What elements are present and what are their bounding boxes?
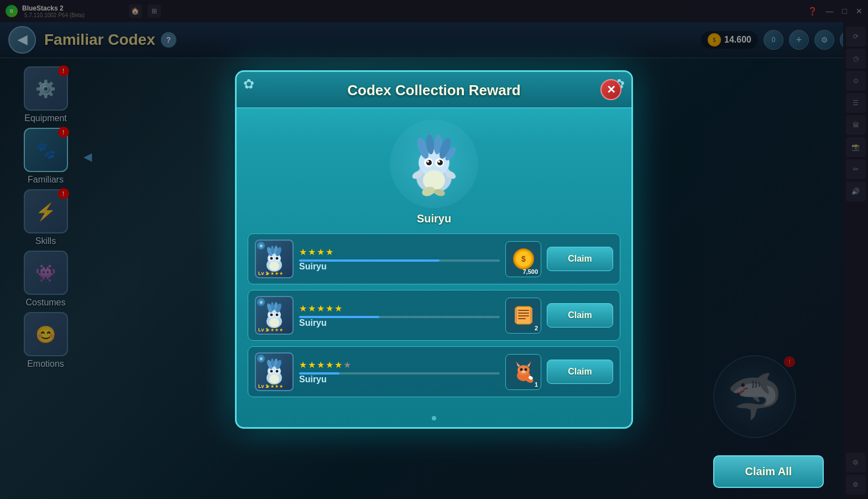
modal-close-button[interactable]: ✕ <box>600 79 621 100</box>
svg-rect-47 <box>518 313 529 314</box>
star-2-4: ★ <box>326 303 333 314</box>
modal-title: Codex Collection Reward <box>248 82 620 99</box>
stars-row-1: ★ ★ ★ ★ <box>299 247 500 257</box>
codex-reward-modal: ✿ ✿ Codex Collection Reward ✕ <box>235 70 633 429</box>
scroll-amount: 2 <box>535 325 538 331</box>
scroll-indicator <box>237 408 631 427</box>
reward-info-1: ★ ★ ★ ★ Suiryu <box>299 247 500 272</box>
svg-point-13 <box>423 170 445 190</box>
coin-amount: 7,500 <box>522 268 538 275</box>
claim-all-button[interactable]: Claim All <box>713 455 824 488</box>
claim-button-3[interactable]: Claim <box>547 360 613 384</box>
reward-row-1: Lv 1 ⊕ ★ ★ ★ ★ ★ ★ ★ ★ <box>248 233 620 284</box>
familiar-showcase: Suiryu <box>237 108 631 231</box>
reward-familiar-name-1: Suiryu <box>299 262 500 272</box>
scroll-dot <box>432 416 436 420</box>
corner-decoration-left: ✿ <box>243 76 254 92</box>
star-2-3: ★ <box>317 303 325 314</box>
reward-coin-icon: $ 7,500 <box>505 241 541 277</box>
indicator-3: ⊕ <box>257 355 265 362</box>
svg-rect-48 <box>518 315 529 316</box>
svg-point-12 <box>438 160 440 163</box>
stars-row-2: ★ ★ ★ ★ ★ <box>299 303 500 314</box>
star-2-1: ★ <box>299 303 307 314</box>
coin-svg: $ <box>513 248 535 270</box>
reward-row-2: Lv 1 ⊕ ★ ★ ★ ★ ★ ★ ★ ★ ★ <box>248 290 620 341</box>
svg-point-69 <box>521 371 526 373</box>
svg-rect-46 <box>518 310 529 311</box>
star-1: ★ <box>299 247 307 257</box>
reward-fox-icon: 1 <box>505 354 541 390</box>
svg-point-58 <box>270 370 273 372</box>
star-3-1: ★ <box>299 360 307 370</box>
star-3-6-half: ★ <box>343 360 351 370</box>
familiar-sprite <box>398 125 470 202</box>
fox-amount: 1 <box>535 381 538 388</box>
svg-point-60 <box>269 375 279 383</box>
svg-point-67 <box>520 368 522 371</box>
stars-row-3: ★ ★ ★ ★ ★ ★ <box>299 360 500 370</box>
svg-point-62 <box>517 365 530 375</box>
familiar-mini-3 <box>260 357 288 387</box>
svg-point-10 <box>437 160 443 165</box>
familiar-display-circle <box>390 119 478 208</box>
fox-svg <box>513 360 535 383</box>
reward-familiar-name-3: Suiryu <box>299 375 500 384</box>
svg-point-41 <box>276 313 279 316</box>
star-2: ★ <box>308 247 316 257</box>
familiar-name: Suiryu <box>417 212 451 225</box>
star-2-2: ★ <box>308 303 316 314</box>
svg-point-26 <box>270 257 273 259</box>
svg-point-68 <box>524 368 527 371</box>
reward-familiar-name-2: Suiryu <box>299 318 500 328</box>
reward-familiar-icon-2: Lv 1 ⊕ ★ ★ ★ ★ <box>255 296 294 335</box>
indicator-1: ⊕ <box>257 242 265 250</box>
star-3-3: ★ <box>317 360 325 370</box>
svg-point-27 <box>276 257 279 259</box>
reward-scroll-icon: 2 <box>505 298 541 334</box>
familiar-mini-1 <box>260 244 288 274</box>
reward-info-3: ★ ★ ★ ★ ★ ★ Suiryu <box>299 360 500 384</box>
bottom-stars-1: ★ ★ ★ ★ <box>256 271 292 276</box>
bottom-stars-3: ★ ★ ★ ★ <box>256 384 292 389</box>
svg-point-40 <box>270 313 273 316</box>
svg-point-11 <box>427 160 429 163</box>
star-3: ★ <box>317 247 325 257</box>
reward-info-2: ★ ★ ★ ★ ★ Suiryu <box>299 303 500 328</box>
svg-rect-44 <box>515 308 517 323</box>
bottom-stars-2: ★ ★ ★ ★ <box>256 328 292 332</box>
svg-point-42 <box>269 318 279 327</box>
svg-point-59 <box>276 370 279 372</box>
rewards-section: Lv 1 ⊕ ★ ★ ★ ★ ★ ★ ★ ★ <box>237 231 631 408</box>
scroll-svg <box>513 304 535 326</box>
claim-button-2[interactable]: Claim <box>547 303 613 328</box>
reward-row-3: Lv 1 ⊕ ★ ★ ★ ★ ★ ★ ★ ★ ★ ★ <box>248 346 620 397</box>
claim-button-1[interactable]: Claim <box>547 247 613 271</box>
star-4: ★ <box>326 247 333 257</box>
reward-familiar-icon-1: Lv 1 ⊕ ★ ★ ★ ★ <box>255 240 294 278</box>
star-3-4: ★ <box>326 360 333 370</box>
reward-familiar-icon-3: Lv 1 ⊕ ★ ★ ★ ★ <box>255 352 294 391</box>
svg-point-9 <box>426 160 432 165</box>
indicator-2: ⊕ <box>257 298 265 306</box>
star-3-2: ★ <box>308 360 316 370</box>
svg-rect-49 <box>518 318 526 319</box>
svg-point-28 <box>269 262 279 271</box>
modal-header: ✿ ✿ Codex Collection Reward ✕ <box>237 72 631 108</box>
star-2-5: ★ <box>334 303 342 314</box>
svg-rect-45 <box>530 308 532 323</box>
familiar-mini-2 <box>260 300 288 331</box>
svg-text:$: $ <box>521 254 526 263</box>
star-3-5: ★ <box>334 360 342 370</box>
